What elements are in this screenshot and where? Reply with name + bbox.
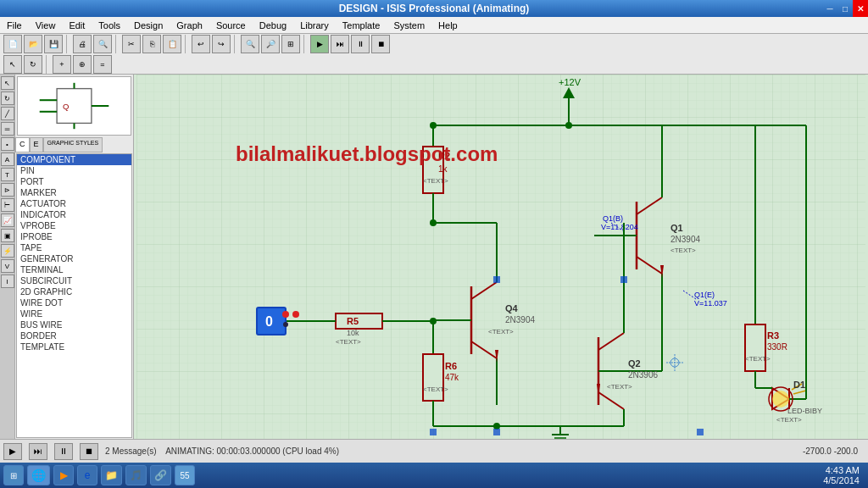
menu-source[interactable]: Source xyxy=(209,19,253,32)
menu-system[interactable]: System xyxy=(387,19,431,32)
toolbar-sep-1 xyxy=(66,35,70,53)
category-list[interactable]: COMPONENT PIN PORT MARKER ACTUATOR INDIC… xyxy=(16,153,132,438)
play-button[interactable]: ▶ xyxy=(3,443,22,460)
start-label: ⊞ xyxy=(10,471,17,480)
zoom-fit-button[interactable]: ⊞ xyxy=(281,35,300,53)
menu-file[interactable]: File xyxy=(0,19,29,32)
cat-generator[interactable]: GENERATOR xyxy=(17,253,131,264)
tool-voltage-probe[interactable]: V xyxy=(1,259,14,273)
cat-tape[interactable]: TAPE xyxy=(17,242,131,253)
tool-select[interactable]: ↖ xyxy=(1,76,14,90)
cat-wiredot[interactable]: WIRE DOT xyxy=(17,297,131,308)
svg-rect-109 xyxy=(620,276,627,283)
taskbar-app-network[interactable]: 🔗 xyxy=(150,465,171,485)
open-button[interactable]: 📂 xyxy=(24,35,42,53)
svg-text:<TEXT>: <TEXT> xyxy=(745,355,771,363)
tool-bus[interactable]: ═ xyxy=(1,122,14,136)
tool-rotate[interactable]: ↻ xyxy=(1,92,14,105)
taskbar-app-browser[interactable]: 🌐 xyxy=(27,465,50,485)
tool-label[interactable]: A xyxy=(1,152,14,166)
menu-tools[interactable]: Tools xyxy=(92,19,127,32)
cat-iprobe[interactable]: IPROBE xyxy=(17,231,131,242)
tool-graph[interactable]: 📈 xyxy=(1,214,14,227)
tool-tape[interactable]: ▣ xyxy=(1,229,14,242)
pause-button[interactable]: ⏸ xyxy=(351,35,370,53)
toolbar-sep-6 xyxy=(46,55,49,74)
run-button[interactable]: ▶ xyxy=(310,35,329,53)
cat-port[interactable]: PORT xyxy=(17,176,131,187)
cut-button[interactable]: ✂ xyxy=(122,35,141,53)
undo-button[interactable]: ↩ xyxy=(192,35,210,53)
tab-e[interactable]: E xyxy=(30,137,43,152)
minimize-button[interactable]: ─ xyxy=(822,0,837,17)
svg-point-115 xyxy=(283,322,288,327)
redo-button[interactable]: ↪ xyxy=(212,35,231,53)
tab-graphic[interactable]: GRAPHIC STYLES xyxy=(43,137,103,152)
copy-button[interactable]: ⎘ xyxy=(142,35,161,53)
svg-text:<TEXT>: <TEXT> xyxy=(776,416,802,424)
start-button[interactable]: ⊞ xyxy=(3,465,24,485)
cat-subcircuit[interactable]: SUBCIRCUIT xyxy=(17,275,131,286)
tool-wire[interactable]: ╱ xyxy=(1,107,14,120)
pause-button[interactable]: ⏸ xyxy=(54,443,73,460)
svg-text:0: 0 xyxy=(265,314,273,329)
cat-indicator[interactable]: INDICATOR xyxy=(17,209,131,220)
taskbar-app-media[interactable]: 🎵 xyxy=(125,465,147,485)
svg-rect-107 xyxy=(493,429,500,435)
save-button[interactable]: 💾 xyxy=(44,35,63,53)
menu-edit[interactable]: Edit xyxy=(62,19,92,32)
zoom-in-button[interactable]: 🔍 xyxy=(241,35,259,53)
tool-generator[interactable]: ⚡ xyxy=(1,244,14,258)
svg-text:<TEXT>: <TEXT> xyxy=(336,338,361,346)
add-component-button[interactable]: ⊕ xyxy=(73,55,92,74)
menu-template[interactable]: Template xyxy=(336,19,387,32)
cat-terminal[interactable]: TERMINAL xyxy=(17,264,131,275)
canvas-area[interactable]: +12V R2 1k <TEXT> Q1 xyxy=(134,75,868,439)
maximize-button[interactable]: □ xyxy=(837,0,853,17)
close-button[interactable]: ✕ xyxy=(853,0,868,17)
cat-actuator[interactable]: ACTUATOR xyxy=(17,198,131,209)
svg-text:R2: R2 xyxy=(438,151,450,161)
cat-border[interactable]: BORDER xyxy=(17,330,131,341)
cat-buswire[interactable]: BUS WIRE xyxy=(17,319,131,330)
add-wire-button[interactable]: + xyxy=(53,55,71,74)
tool-current-probe[interactable]: I xyxy=(1,274,14,288)
svg-rect-110 xyxy=(697,429,704,435)
new-button[interactable]: 📄 xyxy=(3,35,22,53)
cat-wire[interactable]: WIRE xyxy=(17,308,131,319)
stop-button[interactable]: ⏹ xyxy=(80,443,98,460)
tool-probe[interactable]: ⊳ xyxy=(1,183,14,197)
taskbar-app-ie[interactable]: e xyxy=(77,465,97,485)
menu-help[interactable]: Help xyxy=(431,19,465,32)
add-bus-button[interactable]: = xyxy=(93,55,112,74)
cat-pin[interactable]: PIN xyxy=(17,165,131,176)
menu-graph[interactable]: Graph xyxy=(170,19,209,32)
cat-component[interactable]: COMPONENT xyxy=(17,154,131,165)
svg-point-113 xyxy=(282,311,289,318)
tool-text[interactable]: T xyxy=(1,168,14,181)
tool-terminal[interactable]: ⊢ xyxy=(1,198,14,212)
taskbar-app-vlc[interactable]: ▶ xyxy=(53,465,74,485)
paste-button[interactable]: 📋 xyxy=(163,35,181,53)
tool-junction[interactable]: • xyxy=(1,137,14,151)
menu-design[interactable]: Design xyxy=(127,19,170,32)
cat-template[interactable]: TEMPLATE xyxy=(17,341,131,352)
rotate-button[interactable]: ↻ xyxy=(24,55,42,74)
cat-2dgraphic[interactable]: 2D GRAPHIC xyxy=(17,286,131,297)
menu-library[interactable]: Library xyxy=(293,19,336,32)
tab-c[interactable]: C xyxy=(15,137,30,152)
stop-button[interactable]: ⏹ xyxy=(371,35,390,53)
menu-view[interactable]: View xyxy=(29,19,63,32)
taskbar-app-folder[interactable]: 📁 xyxy=(101,465,122,485)
taskbar-app-isis[interactable]: 55 xyxy=(175,465,195,485)
cat-vprobe[interactable]: VPROBE xyxy=(17,220,131,231)
print-preview-button[interactable]: 🔍 xyxy=(93,35,112,53)
svg-text:D1: D1 xyxy=(793,380,805,390)
print-button[interactable]: 🖨 xyxy=(73,35,92,53)
cat-marker[interactable]: MARKER xyxy=(17,187,131,198)
select-button[interactable]: ↖ xyxy=(3,55,22,74)
zoom-out-button[interactable]: 🔎 xyxy=(261,35,280,53)
step-button[interactable]: ⏭ xyxy=(331,35,349,53)
menu-debug[interactable]: Debug xyxy=(253,19,293,32)
step-forward-button[interactable]: ⏭ xyxy=(29,443,47,460)
